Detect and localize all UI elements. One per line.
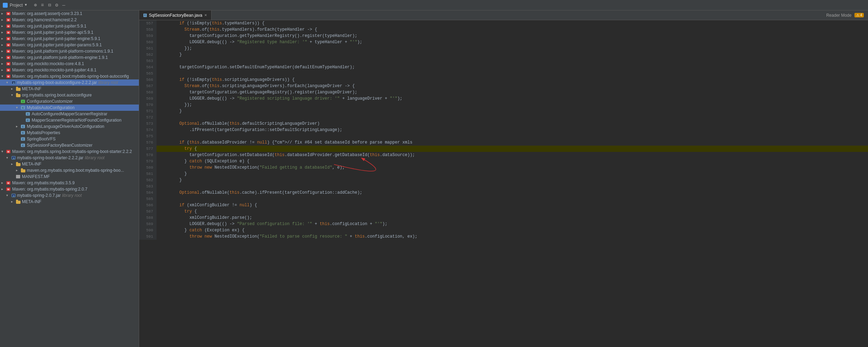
sidebar-item-maven-mockito-core[interactable]: MMaven: org.mockito:mockito-core:4.8.1	[0, 61, 139, 67]
title-bar-icons: ⊕ ≡ ⊟ ⚙ —	[33, 1, 66, 9]
sidebar-item-text-sql-session-factory: SqlSessionFactoryBeanCustomizer	[27, 143, 93, 148]
sidebar-item-text-meta-inf-2: META-INF	[22, 162, 41, 167]
code-line-582: 582 }	[139, 177, 868, 183]
line-content-576: if (this.databaseIdProvider != null) {"c…	[157, 139, 412, 146]
java-class-icon: C	[21, 124, 26, 129]
sidebar-item-maven-junit-platform-engine[interactable]: MMaven: org.junit.platform:junit-platfor…	[0, 54, 139, 61]
code-line-576: 576 if (this.databaseIdProvider != null)…	[139, 139, 868, 146]
settings-icon[interactable]: ⚙	[55, 1, 59, 9]
code-line-580: 580 throw new NestedIOException("Failed …	[139, 164, 868, 171]
sidebar-item-maven-mybatis[interactable]: MMaven: org.mybatis:mybatis:3.5.9	[0, 180, 139, 186]
sidebar-item-mybatis-lang-driver[interactable]: CMybatisLanguageDriverAutoConfiguration	[0, 123, 139, 130]
code-line-569: 569 LOGGER.debug(() -> "Registered scrip…	[139, 95, 868, 102]
sidebar-item-maven-junit-jupiter-engine[interactable]: MMaven: org.junit.jupiter:junit-jupiter-…	[0, 36, 139, 42]
sidebar[interactable]: MMaven: org.assertj:assertj-core:3.23.1M…	[0, 10, 139, 347]
maven-icon: M	[6, 37, 11, 41]
java-class-icon: C	[26, 118, 31, 122]
line-content-564: targetConfiguration.setDefaultEnumTypeHa…	[157, 64, 355, 70]
sidebar-item-mybatis-autoconfig[interactable]: CMybatisAutoConfiguration	[0, 105, 139, 111]
line-number-560: 560	[139, 39, 157, 45]
code-line-584: 584 Optional.ofNullable(this.cache).ifPr…	[139, 190, 868, 196]
title-bar-dropdown[interactable]: ▼	[25, 3, 27, 7]
sidebar-item-maven-hamcrest[interactable]: MMaven: org.hamcrest:hamcrest:2.2	[0, 17, 139, 23]
line-content-567: Stream.of(this.scriptingLanguageDrivers)…	[157, 83, 355, 89]
collapse-icon[interactable]: ≡	[40, 2, 45, 9]
sidebar-item-maven-junit-jupiter[interactable]: MMaven: org.junit.jupiter:junit-jupiter:…	[0, 23, 139, 29]
arrow-maven-junit-jupiter-api	[1, 30, 6, 34]
arrow-maven-junit-platform-engine	[1, 55, 6, 60]
sidebar-item-maven-mockito-junit[interactable]: MMaven: org.mockito:mockito-junit-jupite…	[0, 67, 139, 73]
sidebar-item-jar-starter[interactable]: ◉mybatis-spring-boot-starter-2.2.2.jarli…	[0, 155, 139, 161]
warning-badge[interactable]: ⚠ 4	[854, 13, 864, 17]
tab-label: SqlSessionFactoryBean.java	[149, 13, 202, 18]
sidebar-item-mapper-scanner-not-found[interactable]: CMapperScannerRegistrarNotFoundConfigura…	[0, 117, 139, 123]
code-editor[interactable]: 557 if (!isEmpty(this.typeHandlers)) {55…	[139, 20, 868, 347]
code-line-581: 581 }	[139, 171, 868, 177]
arrow-mybatis-autoconfig	[16, 106, 20, 110]
sidebar-item-meta-inf-2[interactable]: META-INF	[0, 161, 139, 167]
sidebar-item-maven-assert[interactable]: MMaven: org.assertj:assertj-core:3.23.1	[0, 10, 139, 17]
sidebar-item-text-manifest: MANIFEST.MF	[22, 174, 50, 179]
sidebar-item-text-maven-assert: Maven: org.assertj:assertj-core:3.23.1	[12, 11, 82, 16]
code-line-560: 560 LOGGER.debug(() -> "Registered type …	[139, 39, 868, 45]
tab-sqlfactory[interactable]: C SqlSessionFactoryBean.java ✕	[139, 10, 212, 20]
sidebar-item-maven-mybatis-spring[interactable]: MMaven: org.mybatis:mybatis-spring:2.0.7	[0, 186, 139, 192]
sidebar-item-sub-jar-autoconfigure: library root	[98, 80, 118, 85]
arrow-maven-mybatis-autoconfigure-parent	[1, 74, 6, 78]
folder-icon	[16, 93, 21, 97]
expand-icon[interactable]: ⊟	[47, 1, 51, 9]
sidebar-item-text-maven-mybatis-starter: Maven: org.mybatis.spring.boot:mybatis-s…	[12, 149, 132, 154]
reader-mode-button[interactable]: Reader Mode	[826, 13, 852, 18]
code-line-587: 587 try {	[139, 208, 868, 215]
code-line-578: 578 targetConfiguration.setDatabaseId(th…	[139, 152, 868, 158]
sidebar-item-maven-mybatis-starter[interactable]: MMaven: org.mybatis.spring.boot:mybatis-…	[0, 148, 139, 155]
minimize-icon[interactable]: —	[62, 2, 66, 9]
line-content-570: });	[157, 102, 192, 108]
line-number-557: 557	[139, 20, 157, 26]
sidebar-item-meta-inf-1[interactable]: META-INF	[0, 86, 139, 92]
maven-icon: M	[6, 149, 11, 154]
sidebar-item-text-maven-mybatis-autoconfigure-parent: Maven: org.mybatis.spring.boot:mybatis-s…	[12, 74, 129, 79]
sidebar-item-config-customizer[interactable]: IConfigurationCustomizer	[0, 98, 139, 105]
title-bar-left: Project ▼ ⊕ ≡ ⊟ ⚙ —	[3, 1, 66, 9]
line-number-562: 562	[139, 52, 157, 58]
sidebar-item-text-mybatis-properties: MybatisProperties	[27, 130, 60, 135]
sidebar-item-mybatis-properties[interactable]: CMybatisProperties	[0, 130, 139, 136]
arrow-maven-mybatis	[1, 181, 6, 185]
line-number-589: 589	[139, 221, 157, 227]
code-line-572: 572	[139, 114, 868, 121]
locate-icon[interactable]: ⊕	[33, 1, 37, 9]
sidebar-item-manifest[interactable]: MANIFEST.MF	[0, 174, 139, 180]
line-number-588: 588	[139, 215, 157, 221]
sidebar-item-jar-spring[interactable]: ◉mybatis-spring-2.0.7.jarlibrary root	[0, 192, 139, 199]
sidebar-item-maven-junit-platform-commons[interactable]: MMaven: org.junit.platform:junit-platfor…	[0, 48, 139, 54]
arrow-jar-starter	[6, 156, 10, 160]
sidebar-item-auto-configured-mapper[interactable]: CAutoConfiguredMapperScannerRegistrar	[0, 111, 139, 117]
sidebar-item-maven-org[interactable]: maven.org.mybatis.spring.boot:mybatis-sp…	[0, 167, 139, 174]
line-content-590: } catch (Exception ex) {	[157, 227, 245, 233]
sidebar-item-text-maven-mybatis-spring: Maven: org.mybatis:mybatis-spring:2.0.7	[12, 187, 87, 192]
sidebar-item-meta-inf-3[interactable]: META-INF	[0, 199, 139, 205]
arrow-maven-hamcrest	[1, 18, 6, 22]
line-number-577: 577	[139, 146, 157, 152]
sidebar-item-spring-boot-vfs[interactable]: CSpringBootVFS	[0, 136, 139, 142]
sidebar-item-maven-junit-jupiter-api[interactable]: MMaven: org.junit.jupiter:junit-jupiter-…	[0, 29, 139, 36]
arrow-meta-inf-3	[11, 200, 15, 204]
code-line-573: 573 Optional.ofNullable(this.defaultScri…	[139, 121, 868, 127]
line-content-559: targetConfiguration.getTypeHandlerRegist…	[157, 33, 357, 39]
sidebar-item-text-maven-junit-jupiter: Maven: org.junit.jupiter:junit-jupiter:5…	[12, 24, 86, 29]
arrow-mybatis-lang-driver	[16, 124, 20, 129]
arrow-maven-mockito-core	[1, 62, 6, 66]
sidebar-item-org-mybatis[interactable]: org.mybatis.spring.boot.autoconfigure	[0, 92, 139, 98]
tab-close-icon[interactable]: ✕	[204, 13, 207, 17]
sidebar-item-maven-mybatis-autoconfigure-parent[interactable]: MMaven: org.mybatis.spring.boot:mybatis-…	[0, 73, 139, 79]
sidebar-item-maven-junit-jupiter-params[interactable]: MMaven: org.junit.jupiter:junit-jupiter-…	[0, 42, 139, 48]
maven-icon: M	[6, 43, 11, 47]
tab-bar-right: Reader Mode ⚠ 4	[822, 10, 868, 20]
line-content-561: });	[157, 45, 192, 52]
sidebar-item-text-maven-junit-jupiter-params: Maven: org.junit.jupiter:junit-jupiter-p…	[12, 43, 102, 47]
sidebar-item-jar-autoconfigure[interactable]: ◉mybatis-spring-boot-autoconfigure-2.2.2…	[0, 79, 139, 86]
maven-icon: M	[6, 62, 11, 66]
sidebar-item-sql-session-factory[interactable]: CSqlSessionFactoryBeanCustomizer	[0, 142, 139, 148]
line-number-582: 582	[139, 177, 157, 183]
